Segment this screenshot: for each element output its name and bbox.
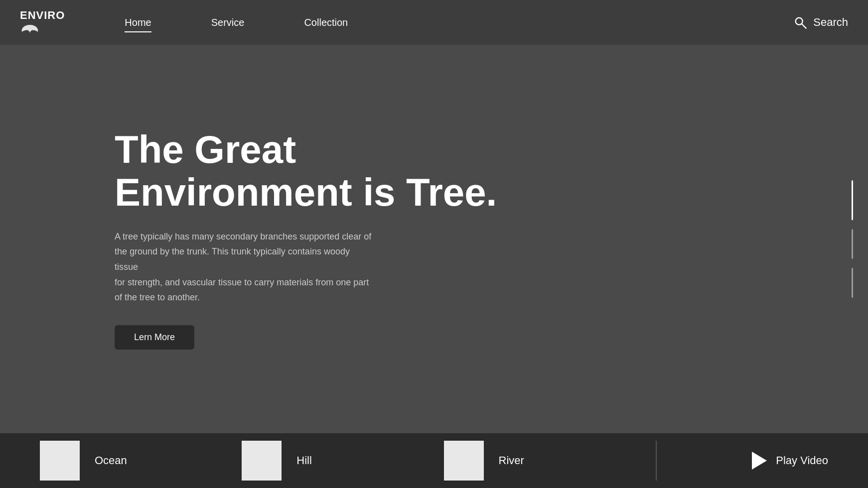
hill-thumbnail: [242, 441, 282, 481]
logo-area[interactable]: ENVIRO: [20, 9, 65, 36]
ocean-label: Ocean: [95, 454, 127, 467]
hill-label: Hill: [296, 454, 312, 467]
scroll-line-3: [852, 268, 853, 298]
leaf-icon: [20, 24, 40, 34]
bottom-divider: [656, 441, 657, 481]
search-icon: [793, 15, 807, 29]
river-label: River: [499, 454, 524, 467]
hero-title-line1: The Great: [115, 127, 296, 171]
bottom-item-river[interactable]: River: [444, 441, 646, 481]
hero-title-line2: Environment is Tree.: [115, 170, 497, 214]
scroll-indicator: [852, 180, 853, 298]
nav-links: Home Service Collection: [125, 17, 793, 28]
search-area[interactable]: Search: [793, 15, 848, 29]
svg-point-0: [796, 18, 803, 25]
svg-line-1: [802, 24, 806, 28]
nav-link-service[interactable]: Service: [211, 17, 245, 28]
main-content: The Great Environment is Tree. A tree ty…: [0, 45, 868, 433]
nav-link-collection[interactable]: Collection: [304, 17, 348, 28]
play-icon: [752, 452, 767, 470]
river-thumbnail: [444, 441, 484, 481]
nav-link-home[interactable]: Home: [125, 17, 151, 28]
bottom-item-hill[interactable]: Hill: [242, 441, 443, 481]
learn-more-button[interactable]: Lern More: [115, 325, 194, 350]
bottom-bar: Ocean Hill River Play Video: [0, 433, 868, 488]
navbar: ENVIRO Home Service Collection Search: [0, 0, 868, 45]
logo-text: ENVIRO: [20, 9, 65, 22]
play-video-area[interactable]: Play Video: [667, 452, 828, 470]
search-label[interactable]: Search: [813, 16, 848, 29]
play-video-label: Play Video: [776, 454, 828, 467]
scroll-line-2: [852, 229, 853, 259]
hero-title: The Great Environment is Tree.: [115, 128, 868, 214]
ocean-thumbnail: [40, 441, 80, 481]
bottom-item-ocean[interactable]: Ocean: [40, 441, 242, 481]
hero-description: A tree typically has many secondary bran…: [115, 229, 374, 305]
scroll-line-1: [852, 180, 853, 220]
